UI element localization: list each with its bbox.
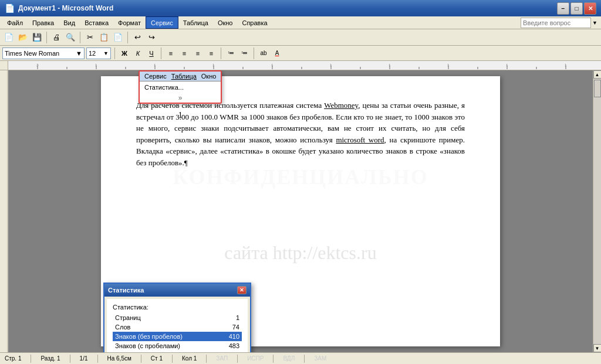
font-size-dropdown-icon[interactable]: ▼ <box>103 50 109 56</box>
svg-text:1: 1 <box>565 63 567 67</box>
format-sep-2 <box>161 47 161 59</box>
menu-format[interactable]: Формат <box>113 16 146 29</box>
stats-row-pages: Страниц 1 <box>113 313 242 322</box>
font-size-select[interactable]: 12 ▼ <box>86 47 111 59</box>
print-button[interactable]: 🖨 <box>50 31 63 44</box>
status-correction: ИСПР <box>247 355 264 362</box>
stats-row-paragraphs: Абзацев 1 <box>113 351 242 352</box>
status-extend: ВДЛ <box>283 355 295 362</box>
font-name-select[interactable]: Times New Roman ▼ <box>2 47 85 59</box>
scroll-thumb[interactable] <box>594 80 601 97</box>
redo-button[interactable]: ↪ <box>145 31 158 44</box>
menu-file[interactable]: Файл <box>2 16 28 29</box>
status-bar: Стр. 1 Разд. 1 1/1 На 6,5см Ст 1 Кол 1 З… <box>0 352 601 364</box>
svg-rect-30 <box>0 70 8 352</box>
copy-button[interactable]: 📋 <box>97 31 110 44</box>
scroll-down-button[interactable]: ▼ <box>593 344 602 352</box>
status-sep-4 <box>141 355 141 363</box>
stats-row-chars-spaces: Знаков (с пробелами) 483 <box>113 341 242 351</box>
svg-text:1: 1 <box>447 63 450 67</box>
stats-value-words: 74 <box>219 322 242 332</box>
font-color-button[interactable]: A <box>271 47 283 59</box>
font-name-dropdown-icon[interactable]: ▼ <box>76 50 82 57</box>
help-search-input[interactable] <box>521 18 591 28</box>
svg-text:1: 1 <box>212 63 215 67</box>
maximize-button[interactable]: □ <box>570 2 583 15</box>
close-button[interactable]: ✕ <box>584 2 596 15</box>
stats-label-words: Слов <box>113 322 219 332</box>
menu-header-service: Сервис <box>144 73 167 80</box>
ms-word-link: microsoft word <box>336 135 384 144</box>
toolbar-sep-2 <box>80 32 80 43</box>
bullets-button[interactable]: ≔ <box>238 47 250 59</box>
app-icon: 📄 <box>5 4 15 13</box>
bold-button[interactable]: Ж <box>119 47 130 59</box>
main-area: Для расчетов системой используется плате… <box>0 70 601 352</box>
service-menu-dropdown: Сервис Таблица Окно Статистика... » <box>139 70 222 104</box>
scroll-up-button[interactable]: ▲ <box>593 70 602 79</box>
menu-header-table: Таблица <box>171 73 197 80</box>
stats-value-pages: 1 <box>219 313 242 322</box>
status-col: Кол 1 <box>182 355 197 362</box>
menu-insert[interactable]: Вставка <box>80 16 113 29</box>
svg-text:1: 1 <box>95 63 97 67</box>
underline-button[interactable]: Ч <box>146 47 157 59</box>
highlight-button[interactable]: ab <box>258 47 269 59</box>
align-right-button[interactable]: ≡ <box>192 47 204 59</box>
status-sep-9 <box>304 355 305 363</box>
dialog-title-bar: Статистика ✕ <box>104 284 250 297</box>
status-sep-8 <box>273 355 274 363</box>
title-bar-buttons: − □ ✕ <box>557 2 596 15</box>
menu-table[interactable]: Таблица <box>178 16 213 29</box>
format-sep-4 <box>254 47 254 59</box>
status-overwrite: ЗАМ <box>314 355 326 362</box>
align-left-button[interactable]: ≡ <box>165 47 177 59</box>
dialog-section-title: Статистика: <box>113 304 242 311</box>
stats-table: Страниц 1 Слов 74 Знаков (без пробелов) … <box>113 313 242 352</box>
menu-help[interactable]: Справка <box>237 16 272 29</box>
preview-button[interactable]: 🔍 <box>64 31 77 44</box>
menu-edit[interactable]: Правка <box>28 16 59 29</box>
menu-more-items: » <box>140 93 221 103</box>
format-sep-1 <box>114 47 115 59</box>
menu-window[interactable]: Окно <box>213 16 238 29</box>
status-recording: ЗАП <box>216 355 228 362</box>
vertical-ruler <box>0 70 8 352</box>
numbering-button[interactable]: ≔ <box>225 47 237 59</box>
statistics-menu-item[interactable]: Статистика... <box>140 81 221 93</box>
svg-text:1: 1 <box>389 63 391 67</box>
status-line: Ст 1 <box>151 355 163 362</box>
cut-button[interactable]: ✂ <box>83 31 96 44</box>
ruler-corner <box>0 61 8 70</box>
svg-text:1: 1 <box>330 63 332 67</box>
service-menu-header: Сервис Таблица Окно <box>140 72 221 81</box>
statistics-label: Статистика... <box>144 84 184 91</box>
watermark2: сайта http://ektcs.ru <box>224 239 376 267</box>
menu-service[interactable]: Сервис <box>146 16 178 29</box>
save-button[interactable]: 💾 <box>31 31 43 44</box>
stats-value-paragraphs: 1 <box>219 351 242 352</box>
ruler-container: 3 1 1 1 1 1 1 1 1 1 <box>0 61 601 70</box>
vertical-scrollbar[interactable]: ▲ ▼ <box>593 70 601 352</box>
status-position: На 6,5см <box>107 355 131 362</box>
menu-view[interactable]: Вид <box>59 16 80 29</box>
paste-button[interactable]: 📄 <box>112 31 124 44</box>
svg-text:1: 1 <box>506 63 508 67</box>
minimize-button[interactable]: − <box>557 2 569 15</box>
dialog-body: Статистика: Страниц 1 Слов 74 Знаков (бе… <box>107 299 248 352</box>
new-button[interactable]: 📄 <box>2 31 15 44</box>
status-sep-2 <box>70 355 70 363</box>
undo-button[interactable]: ↩ <box>131 31 144 44</box>
search-dropdown-icon[interactable]: ▼ <box>592 20 597 26</box>
status-sep-7 <box>237 355 238 363</box>
svg-text:1: 1 <box>154 63 156 67</box>
open-button[interactable]: 📂 <box>16 31 29 44</box>
italic-button[interactable]: К <box>132 47 144 59</box>
title-bar: 📄 Документ1 - Microsoft Word − □ ✕ <box>0 0 601 16</box>
dialog-close-icon-btn[interactable]: ✕ <box>237 286 247 294</box>
svg-rect-0 <box>8 61 601 70</box>
annotation-number: 1 <box>178 111 183 120</box>
menu-search: ▼ <box>521 18 599 28</box>
align-justify-button[interactable]: ≡ <box>205 47 217 59</box>
align-center-button[interactable]: ≡ <box>178 47 190 59</box>
